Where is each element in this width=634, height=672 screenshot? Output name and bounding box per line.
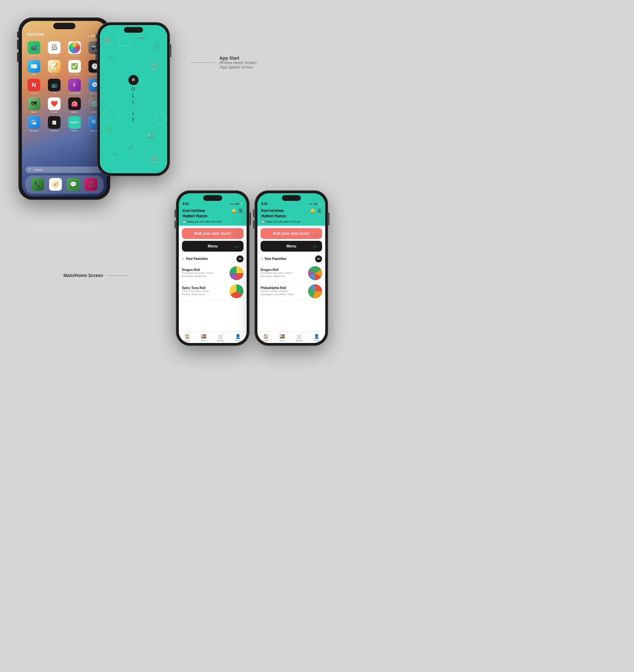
menu-button[interactable]: Menu 🥢🐟 bbox=[261, 241, 322, 252]
fav-item-info: Dragon Roll Cucumber, Avocado, Carrot,Ee… bbox=[182, 268, 227, 278]
nav-profile[interactable]: 👤 Profile bbox=[314, 334, 320, 342]
nav-rollit[interactable]: 🍱 Roll·it bbox=[201, 334, 207, 342]
status-bar: 9:41 ▲▲ WiFi 🔋 bbox=[258, 202, 325, 207]
ios-app-reminders[interactable]: ✅ Reminders bbox=[66, 60, 83, 76]
rollit-icon: 🍱 bbox=[201, 334, 206, 339]
bell-icon[interactable]: 🔔 bbox=[310, 208, 315, 213]
ios-app-calendar[interactable]: MON 10 Calendar bbox=[46, 41, 63, 57]
profile-icon: 👤 bbox=[314, 334, 319, 339]
roll-your-own-button[interactable]: Roll your own Sushi 🍣🍱 bbox=[182, 228, 243, 239]
iphone-app-main-left: 9:41 ▲▲ WiFi 🔋 Kon'nichiwa Hattori Hanzo… bbox=[176, 190, 249, 346]
rollit-icon: 🍱 bbox=[279, 334, 285, 339]
basket-icon: 🛒 bbox=[218, 334, 223, 339]
header-action-icons: 🔔 ☰ bbox=[231, 208, 243, 213]
favorites-badge: 3D bbox=[237, 255, 243, 262]
bottom-navigation: 🏠 Home 🍱 Roll·it 🛒 Basket 👤 Profile bbox=[179, 331, 247, 343]
nav-basket[interactable]: 🛒 Basket bbox=[296, 334, 303, 342]
ios-app-wallet[interactable]: 👛 Wallet bbox=[66, 97, 83, 114]
dynamic-island-area bbox=[22, 21, 107, 32]
pattern-icon: 🍱 bbox=[147, 132, 155, 139]
ios-app-maps[interactable]: 🗺 Maps bbox=[26, 97, 42, 114]
vol-up bbox=[175, 209, 176, 217]
splash-dynamic-island bbox=[100, 25, 167, 37]
annotation-app-start: App Start /iPhone Home Screen /App Splas… bbox=[190, 55, 257, 69]
order-notice: ⏰ Today, you can order until 9 pm bbox=[182, 220, 243, 223]
menu-icon[interactable]: ☰ bbox=[239, 208, 243, 213]
ios-app-photos[interactable]: Photos bbox=[66, 41, 83, 57]
fav-item-dragon[interactable]: Dragon Roll Cucumber, Avocado, Carrot,Ee… bbox=[261, 264, 322, 282]
logo-circle: R bbox=[128, 75, 139, 85]
refresh-icon: ↻ bbox=[182, 257, 185, 260]
dock-messages[interactable]: 💬 bbox=[65, 178, 81, 191]
pattern-icon: 🐟 bbox=[108, 54, 116, 62]
pattern-circle bbox=[140, 77, 150, 86]
pattern-circle bbox=[103, 107, 119, 122]
status-icons: ▲▲ WiFi 🔋 bbox=[309, 202, 321, 206]
ios-app-mail[interactable]: ✉️ Mail bbox=[26, 60, 42, 76]
ios-app-rollit[interactable]: Roll·it Roll·it bbox=[66, 116, 83, 132]
roll-your-own-button[interactable]: Roll your own Sushi 🍣🍱 bbox=[261, 228, 322, 239]
dock-music[interactable]: 🎵 bbox=[83, 178, 99, 191]
app-content: Roll your own Sushi 🍣🍱 Menu 🥢🐟 ↻ Your Fa… bbox=[179, 226, 247, 343]
basket-icon: 🛒 bbox=[297, 334, 302, 339]
header-action-icons: 🔔 ☰ bbox=[310, 208, 321, 213]
button-pattern: 🥢🐟 bbox=[226, 243, 240, 250]
ios-app-facetime[interactable]: 📹 FaceTime bbox=[26, 41, 42, 57]
splash-logo: R O L L · I T bbox=[128, 75, 139, 124]
app-header: 9:41 ▲▲ WiFi 🔋 Kon'nichiwa Hattori Hanzo… bbox=[258, 193, 325, 226]
fav-item-info: Spicy Tuna Roll Tuna, Cucumber, GreenOni… bbox=[182, 286, 227, 296]
silent-switch bbox=[17, 32, 18, 38]
logo-text: O L L · I T bbox=[131, 86, 136, 124]
ios-app-stocks[interactable]: 📈 Stocks bbox=[46, 116, 63, 132]
nav-profile[interactable]: 👤 Profile bbox=[235, 334, 241, 342]
favorites-section: ↻ Your Favorites 3D Dragon Roll Cucumber… bbox=[258, 254, 325, 331]
fav-item-spicy-tuna[interactable]: Spicy Tuna Roll Tuna, Cucumber, GreenOni… bbox=[182, 282, 243, 300]
ios-app-tv[interactable]: 📺 TV bbox=[46, 79, 63, 95]
app-greeting-area: Kon'nichiwa Hattori Hanzo 🔔 ☰ ⏰ Today, y… bbox=[179, 207, 247, 226]
iphone-splash-screen: 🍣 🍱 🥢 🐟 🍣 🌿 🍱 🥢 🐟 🍣 R O L L bbox=[97, 22, 170, 176]
search-text: Search bbox=[34, 168, 43, 171]
ios-dock: 📞 🧭 💬 🎵 bbox=[25, 176, 104, 194]
ios-app-notes[interactable]: 📝 Notes bbox=[46, 60, 63, 76]
menu-icon[interactable]: ☰ bbox=[317, 208, 321, 213]
ios-app-news[interactable]: N News bbox=[26, 79, 42, 95]
vol-down-button bbox=[17, 52, 18, 62]
fav-item-philly[interactable]: Philadelphia Roll Salmon, Cream Cheese,A… bbox=[261, 282, 322, 300]
fav-item-info: Philadelphia Roll Salmon, Cream Cheese,A… bbox=[261, 286, 306, 296]
ios-search-bar[interactable]: 🔍 Search bbox=[26, 167, 103, 173]
nav-home[interactable]: 🏠 Home bbox=[184, 334, 190, 342]
dock-safari[interactable]: 🧭 bbox=[47, 178, 64, 191]
vol-up-button bbox=[17, 40, 18, 49]
nav-home[interactable]: 🏠 Home bbox=[263, 334, 269, 342]
vol-up bbox=[96, 41, 97, 49]
nav-basket[interactable]: 🛒 Basket bbox=[217, 334, 224, 342]
favorites-title: ↻ Your Favorites bbox=[261, 257, 286, 260]
pattern-circle bbox=[155, 114, 166, 125]
pattern-icon: 🥢 bbox=[152, 43, 160, 50]
pattern-icon: 🍣 bbox=[150, 62, 158, 70]
annotation-main-screen: Main/Home Screen bbox=[64, 273, 129, 278]
power-button bbox=[328, 213, 330, 225]
dock-phone[interactable]: 📞 bbox=[29, 178, 46, 191]
bell-icon[interactable]: 🔔 bbox=[231, 208, 237, 213]
bottom-navigation: 🏠 Home 🍱 Roll·it 🛒 Basket 👤 Profile bbox=[258, 331, 325, 343]
order-notice: ⏰ Today, you can order until 8 pm bbox=[261, 220, 321, 223]
spicy-tuna-image bbox=[229, 284, 243, 298]
favorites-header: ↻ Your Favorites 3D bbox=[261, 255, 322, 262]
dynamic-island bbox=[53, 23, 75, 29]
ios-app-health[interactable]: ❤️ Health bbox=[46, 97, 63, 114]
iphone-app-main-right: 9:41 ▲▲ WiFi 🔋 Kon'nichiwa Hattori Hanzo… bbox=[254, 190, 328, 346]
ios-app-weather[interactable]: 🌤 Weather bbox=[26, 116, 42, 132]
fav-item-dragon[interactable]: Dragon Roll Cucumber, Avocado, Carrot,Ee… bbox=[182, 264, 243, 282]
menu-button[interactable]: Menu 🥢🐟 bbox=[182, 241, 243, 252]
clock-icon: ⏰ bbox=[182, 220, 186, 223]
vol-down bbox=[96, 52, 97, 60]
clock-icon: ⏰ bbox=[261, 220, 264, 223]
app-greeting-area: Kon'nichiwa Hattori Hanzo 🔔 ☰ ⏰ Today, y… bbox=[258, 207, 325, 226]
main-buttons: Roll your own Sushi 🍣🍱 Menu 🥢🐟 bbox=[258, 226, 325, 254]
ios-app-podcasts[interactable]: 🎙 Podcasts bbox=[66, 79, 83, 95]
search-icon: 🔍 bbox=[29, 168, 32, 171]
main-buttons: Roll your own Sushi 🍣🍱 Menu 🥢🐟 bbox=[179, 226, 247, 254]
nav-rollit[interactable]: 🍱 Roll·it bbox=[279, 334, 285, 342]
pattern-icon: 🍣 bbox=[150, 156, 158, 163]
